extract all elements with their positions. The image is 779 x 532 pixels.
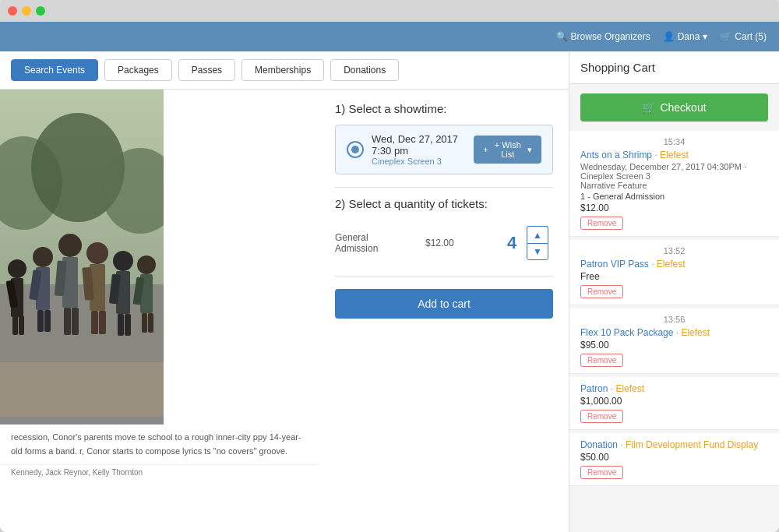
svg-point-16	[58, 234, 82, 257]
cart-item-price: $12.00	[580, 203, 768, 213]
svg-rect-25	[99, 311, 106, 334]
cart-items: 15:34 Ants on a Shrimp · Elefest Wednesd…	[569, 131, 779, 489]
svg-rect-34	[142, 313, 147, 333]
content-area: recession, Conor's parents move te schoo…	[0, 90, 569, 480]
plus-icon: +	[483, 145, 488, 154]
chevron-down-icon: ▾	[703, 31, 707, 42]
svg-rect-24	[91, 311, 98, 334]
cart-item: 13:52 Patron VIP Pass · Elefest Free Rem…	[569, 240, 779, 305]
svg-point-26	[113, 251, 133, 271]
minimize-button[interactable]	[22, 6, 31, 16]
cart-item-title[interactable]: Patron · Elefest	[580, 383, 768, 394]
cart-item: 15:34 Ants on a Shrimp · Elefest Wednesd…	[569, 131, 779, 237]
browse-organizers-label: Browse Organizers	[571, 31, 650, 42]
svg-point-31	[137, 255, 156, 274]
user-name-label: Dana	[678, 31, 700, 42]
top-nav: 🔍 Browse Organizers 👤 Dana ▾ 🛒 Cart (5)	[0, 22, 779, 51]
svg-rect-9	[12, 315, 18, 335]
cart-item: Donation · Film Development Fund Display…	[569, 433, 779, 486]
sub-nav: Search Events Packages Passes Membership…	[0, 51, 569, 90]
cart-icon: 🛒	[720, 31, 731, 42]
divider-2	[335, 276, 553, 277]
step2-title: 2) Select a quantity of tickets:	[335, 197, 553, 210]
cart-item: Patron · Elefest $1,000.00 Remove	[569, 377, 779, 430]
wishlist-label: + Wish List	[492, 140, 524, 159]
svg-point-11	[33, 247, 53, 267]
close-button[interactable]	[8, 6, 17, 16]
ticket-price-label: $12.00	[425, 238, 488, 248]
ticket-row: General Admission $12.00 4 ▲ ▼	[335, 220, 553, 266]
cart-link[interactable]: 🛒 Cart (5)	[720, 31, 767, 42]
title-bar	[0, 0, 779, 22]
chevron-down-icon: ▾	[527, 145, 532, 155]
movie-panel: recession, Conor's parents move te schoo…	[0, 90, 319, 480]
svg-rect-14	[37, 310, 44, 332]
cart-item: 13:56 Flex 10 Pack Package · Elefest $95…	[569, 308, 779, 374]
sidebar: Shopping Cart 🛒 Checkout 15:34 Ants on a…	[569, 51, 779, 532]
passes-button[interactable]: Passes	[178, 59, 235, 81]
checkout-button[interactable]: 🛒 Checkout	[580, 93, 768, 122]
cart-item-title[interactable]: Patron VIP Pass · Elefest	[580, 259, 768, 270]
memberships-button[interactable]: Memberships	[241, 59, 324, 81]
checkout-label: Checkout	[660, 101, 706, 114]
svg-rect-10	[19, 315, 24, 335]
showtime-info: Wed, Dec 27, 2017 7:30 pm Cineplex Scree…	[372, 133, 474, 166]
ticket-type-label: General Admission	[335, 232, 413, 254]
svg-rect-35	[148, 313, 153, 333]
showtime-box: Wed, Dec 27, 2017 7:30 pm Cineplex Scree…	[335, 125, 553, 174]
cart-item-type: Narrative Feature	[580, 181, 768, 190]
cart-item-price: $95.00	[580, 340, 768, 351]
remove-button[interactable]: Remove	[580, 410, 623, 423]
svg-rect-20	[72, 308, 79, 335]
add-to-cart-button[interactable]: Add to cart	[335, 289, 553, 319]
maximize-button[interactable]	[36, 6, 45, 16]
cart-label: Cart (5)	[735, 31, 767, 42]
cart-item-time: 13:52	[580, 246, 768, 255]
cart-item-title[interactable]: Ants on a Shrimp · Elefest	[580, 150, 768, 160]
cart-item-title[interactable]: Flex 10 Pack Package · Elefest	[580, 327, 768, 338]
step1-title: 1) Select a showtime:	[335, 102, 553, 115]
remove-button[interactable]: Remove	[580, 285, 623, 298]
packages-button[interactable]: Packages	[104, 59, 172, 81]
svg-rect-19	[64, 308, 71, 335]
showtime-location: Cineplex Screen 3	[372, 157, 474, 166]
donations-button[interactable]: Donations	[330, 59, 399, 81]
cart-item-qty: 1 - General Admission	[580, 192, 768, 201]
cart-item-title[interactable]: Donation · Film Development Fund Display	[580, 439, 768, 450]
quantity-down-button[interactable]: ▼	[527, 243, 548, 260]
remove-button[interactable]: Remove	[580, 354, 623, 367]
svg-rect-5	[0, 362, 164, 417]
cart-item-location: Cineplex Screen 3	[580, 171, 768, 181]
user-menu[interactable]: 👤 Dana ▾	[663, 31, 708, 42]
quantity-display: 4	[500, 233, 523, 253]
wishlist-button[interactable]: + + Wish List ▾	[474, 136, 541, 164]
search-events-button[interactable]: Search Events	[11, 59, 98, 81]
movie-cast: Kennedy, Jack Reynor, Kelly Thornton	[0, 464, 319, 480]
svg-rect-30	[125, 314, 131, 336]
browse-organizers-link[interactable]: 🔍 Browse Organizers	[556, 31, 650, 42]
radio-inner	[351, 146, 359, 153]
remove-button[interactable]: Remove	[580, 217, 623, 230]
quantity-up-button[interactable]: ▲	[527, 226, 548, 243]
movie-description: recession, Conor's parents move te schoo…	[0, 425, 319, 464]
showtime-left: Wed, Dec 27, 2017 7:30 pm Cineplex Scree…	[347, 133, 474, 166]
movie-image	[0, 90, 164, 425]
divider	[335, 187, 553, 188]
showtime-datetime: Wed, Dec 27, 2017 7:30 pm	[372, 133, 474, 157]
user-icon: 👤	[663, 31, 675, 42]
checkout-cart-icon: 🛒	[642, 101, 655, 114]
cart-item-price: $1,000.00	[580, 396, 768, 407]
qty-buttons: ▲ ▼	[527, 226, 548, 260]
svg-point-6	[8, 259, 26, 278]
cart-item-time: 15:34	[580, 137, 768, 146]
cart-item-price: Free	[580, 271, 768, 282]
ticket-section: 1) Select a showtime: Wed, Dec 27, 2017 …	[319, 90, 569, 480]
cart-item-price: $50.00	[580, 452, 768, 463]
search-icon: 🔍	[556, 31, 568, 42]
quantity-control: 4 ▲ ▼	[500, 226, 548, 260]
showtime-radio[interactable]	[347, 141, 364, 158]
sidebar-title: Shopping Cart	[569, 51, 779, 84]
svg-point-21	[86, 242, 108, 264]
main-content: Search Events Packages Passes Membership…	[0, 51, 779, 532]
remove-button[interactable]: Remove	[580, 466, 623, 479]
